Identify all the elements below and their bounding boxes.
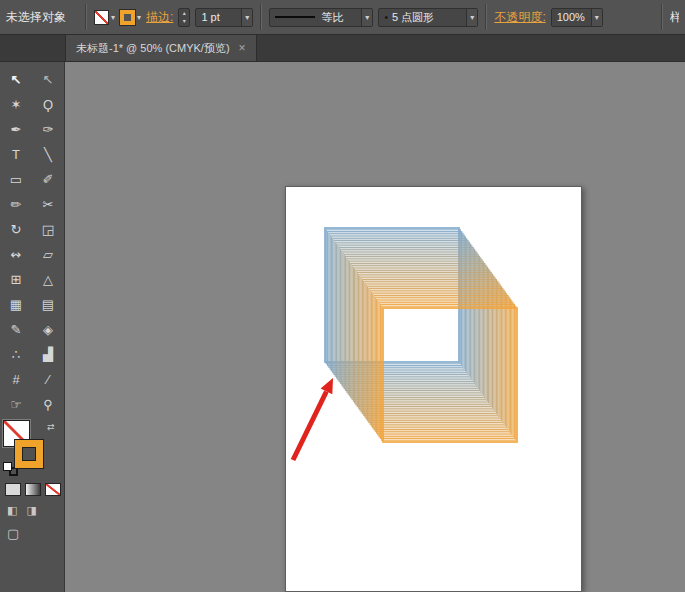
type-tool-icon: T — [12, 148, 20, 161]
mesh-tool-icon: ▦ — [10, 298, 22, 311]
brush-combo[interactable]: • 5 点圆形 ▾ — [378, 8, 478, 27]
color-type-buttons — [0, 477, 64, 496]
brush-preview-dot: • — [384, 12, 388, 23]
chevron-down-icon[interactable]: ▾ — [241, 9, 252, 26]
fill-none-swatch[interactable] — [94, 10, 109, 25]
stroke-color-control[interactable]: ▾ — [120, 10, 141, 25]
stroke-weight-combo[interactable]: 1 pt ▾ — [195, 8, 253, 27]
pen-tool[interactable]: ✒ — [0, 117, 32, 142]
none-button[interactable] — [45, 483, 61, 496]
control-bar: 未选择对象 ▾ ▾ 描边: ▴ ▾ 1 pt ▾ 等比 ▾ • 5 点圆形 ▾ … — [0, 0, 685, 35]
type-tool[interactable]: T — [0, 142, 32, 167]
lasso-tool[interactable]: Ϙ — [32, 92, 64, 117]
document-tab[interactable]: 未标题-1* @ 50% (CMYK/预览) × — [65, 35, 257, 61]
curvature-tool-icon: ✑ — [43, 123, 54, 136]
tab-bar: 未标题-1* @ 50% (CMYK/预览) × — [0, 35, 685, 62]
artboard-tool-icon: # — [12, 373, 19, 386]
free-transform-tool[interactable]: ▱ — [32, 242, 64, 267]
scissors-tool-icon: ✂ — [43, 198, 54, 211]
artboard — [285, 186, 582, 592]
direct-selection-tool-icon: ↖ — [43, 73, 54, 86]
profile-label: 等比 — [321, 10, 343, 25]
column-graph-tool-icon: ▟ — [43, 348, 53, 361]
opacity-value: 100% — [557, 11, 585, 23]
free-transform-tool-icon: ▱ — [43, 248, 53, 261]
screen-mode-button[interactable]: ▢ — [0, 517, 64, 541]
tools-grid: ↖↖✶Ϙ✒✑T╲▭✐✏✂↻◲↭▱⊞△▦▤✎◈∴▟#∕☞⚲ — [0, 62, 64, 417]
zoom-tool-icon: ⚲ — [43, 398, 53, 411]
perspective-grid-tool-icon: △ — [43, 273, 53, 286]
pencil-tool[interactable]: ✏ — [0, 192, 32, 217]
scale-tool[interactable]: ◲ — [32, 217, 64, 242]
chevron-down-icon[interactable]: ▾ — [361, 9, 372, 26]
separator — [661, 4, 663, 30]
swap-fill-stroke-icon[interactable]: ⇄ — [47, 422, 55, 432]
eyedropper-tool[interactable]: ✎ — [0, 317, 32, 342]
opacity-combo[interactable]: 100% ▾ — [551, 8, 603, 27]
stroke-weight-stepper[interactable]: ▴ ▾ — [178, 8, 190, 27]
rotate-tool[interactable]: ↻ — [0, 217, 32, 242]
fill-color-control[interactable]: ▾ — [94, 10, 115, 25]
magic-wand-tool[interactable]: ✶ — [0, 92, 32, 117]
symbol-sprayer-tool-icon: ∴ — [12, 348, 20, 361]
scale-tool-icon: ◲ — [42, 223, 54, 236]
chevron-down-icon[interactable]: ▾ — [591, 9, 602, 26]
drawing-mode-buttons: ◧◨ — [0, 496, 64, 517]
column-graph-tool[interactable]: ▟ — [32, 342, 64, 367]
separator — [485, 4, 487, 30]
pencil-tool-icon: ✏ — [11, 198, 22, 211]
stroke-link[interactable]: 描边: — [146, 9, 173, 26]
artboard-tool[interactable]: # — [0, 367, 32, 392]
blend-tool[interactable]: ◈ — [32, 317, 64, 342]
line-segment-tool[interactable]: ╲ — [32, 142, 64, 167]
stroke-swatch[interactable] — [15, 440, 43, 468]
draw-behind-button[interactable]: ◨ — [26, 504, 36, 517]
color-button[interactable] — [5, 483, 21, 496]
direct-selection-tool[interactable]: ↖ — [32, 67, 64, 92]
canvas[interactable] — [65, 62, 685, 592]
stroke-profile-preview — [275, 16, 315, 18]
separator — [260, 4, 262, 30]
lasso-tool-icon: Ϙ — [43, 98, 53, 111]
gradient-tool[interactable]: ▤ — [32, 292, 64, 317]
stroke-profile-combo[interactable]: 等比 ▾ — [269, 8, 373, 27]
mesh-tool[interactable]: ▦ — [0, 292, 32, 317]
separator — [85, 4, 87, 30]
paintbrush-tool-icon: ✐ — [43, 173, 54, 186]
curvature-tool[interactable]: ✑ — [32, 117, 64, 142]
close-icon[interactable]: × — [239, 41, 246, 55]
rotate-tool-icon: ↻ — [11, 223, 22, 236]
fill-stroke-controls: ⇄ — [0, 419, 64, 477]
width-tool[interactable]: ↭ — [0, 242, 32, 267]
rectangle-tool-icon: ▭ — [10, 173, 22, 186]
stepper-down-icon[interactable]: ▾ — [183, 17, 186, 25]
rectangle-tool[interactable]: ▭ — [0, 167, 32, 192]
zoom-tool[interactable]: ⚲ — [32, 392, 64, 417]
gradient-tool-icon: ▤ — [42, 298, 54, 311]
paintbrush-tool[interactable]: ✐ — [32, 167, 64, 192]
chevron-down-icon[interactable]: ▾ — [466, 9, 477, 26]
chevron-down-icon[interactable]: ▾ — [111, 13, 115, 22]
perspective-grid-tool[interactable]: △ — [32, 267, 64, 292]
chevron-down-icon[interactable]: ▾ — [137, 13, 141, 22]
stroke-color-swatch[interactable] — [120, 10, 135, 25]
opacity-link[interactable]: 不透明度: — [494, 9, 545, 26]
stroke-weight-value: 1 pt — [201, 11, 219, 23]
hand-tool[interactable]: ☞ — [0, 392, 32, 417]
shape-builder-tool[interactable]: ⊞ — [0, 267, 32, 292]
hand-tool-icon: ☞ — [10, 398, 22, 411]
pen-tool-icon: ✒ — [11, 123, 22, 136]
magic-wand-tool-icon: ✶ — [11, 98, 22, 111]
scissors-tool[interactable]: ✂ — [32, 192, 64, 217]
line-segment-tool-icon: ╲ — [44, 148, 52, 161]
stepper-up-icon[interactable]: ▴ — [183, 9, 186, 17]
tab-title: 未标题-1* @ 50% (CMYK/预览) — [76, 41, 230, 56]
brush-label: 5 点圆形 — [392, 10, 434, 25]
tools-panel: ↖↖✶Ϙ✒✑T╲▭✐✏✂↻◲↭▱⊞△▦▤✎◈∴▟#∕☞⚲ ⇄ ◧◨ ▢ — [0, 62, 65, 592]
slice-tool[interactable]: ∕ — [32, 367, 64, 392]
draw-normal-button[interactable]: ◧ — [7, 504, 17, 517]
symbol-sprayer-tool[interactable]: ∴ — [0, 342, 32, 367]
gradient-button[interactable] — [25, 483, 41, 496]
shape-builder-tool-icon: ⊞ — [11, 273, 22, 286]
selection-tool[interactable]: ↖ — [0, 67, 32, 92]
